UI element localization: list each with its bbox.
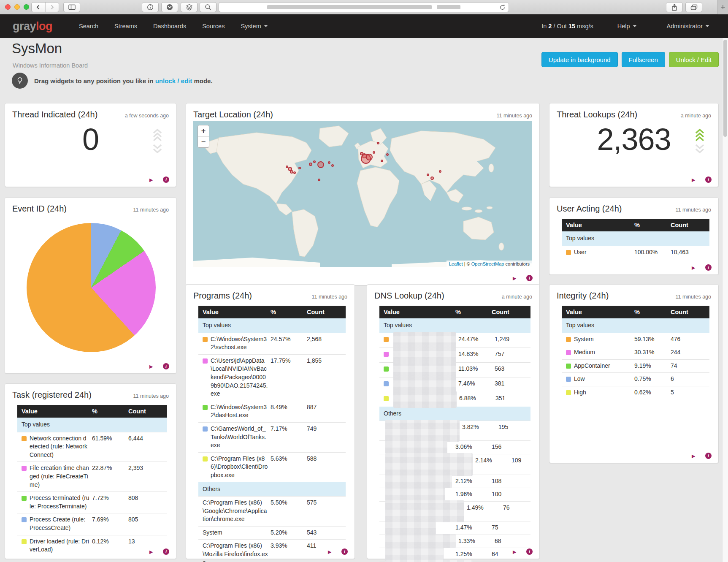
map-marker[interactable] — [381, 160, 383, 162]
info-icon[interactable]: i — [526, 275, 533, 281]
map-marker[interactable] — [309, 163, 312, 166]
play-icon[interactable]: ► — [511, 549, 517, 555]
update-in-background-button[interactable]: Update in background — [541, 52, 618, 67]
nav-item[interactable]: System — [234, 19, 273, 33]
redacted-value — [393, 347, 456, 364]
nav-item[interactable]: Sources — [196, 19, 231, 33]
table-row: Medium 30.31% 244 — [562, 346, 709, 359]
play-icon[interactable]: ► — [690, 453, 696, 459]
info-icon[interactable]: i — [526, 548, 533, 555]
widget-title: Thread Indicated (24h) — [12, 110, 97, 119]
tabs-icon — [690, 4, 698, 11]
sidebar-toggle-button[interactable] — [63, 2, 80, 12]
table-row: C:\Program Files (x86)\Dropbox\Client\Dr… — [198, 452, 346, 482]
zoom-out-button[interactable]: − — [198, 136, 209, 147]
map-marker[interactable] — [290, 170, 293, 174]
address-bar[interactable] — [219, 2, 509, 12]
map-marker[interactable] — [286, 166, 288, 168]
play-icon[interactable]: ► — [148, 177, 154, 183]
tab-overview-button[interactable] — [685, 2, 702, 12]
info-icon[interactable]: i — [163, 176, 169, 183]
map-marker[interactable] — [328, 161, 330, 164]
help-menu[interactable]: Help — [611, 19, 643, 33]
scrollbar-thumb[interactable] — [723, 40, 727, 137]
new-tab-button[interactable] — [717, 0, 728, 14]
color-swatch — [566, 350, 571, 355]
map-marker[interactable] — [377, 142, 379, 144]
map-marker[interactable] — [293, 171, 296, 174]
openstreetmap-link[interactable]: OpenStreetMap — [471, 261, 504, 266]
map-marker[interactable] — [318, 179, 320, 181]
leaflet-link[interactable]: Leaflet — [449, 261, 463, 266]
map-marker[interactable] — [427, 174, 429, 176]
color-swatch — [384, 396, 389, 401]
play-icon[interactable]: ► — [148, 364, 154, 369]
map-marker[interactable] — [439, 170, 441, 173]
map-marker[interactable] — [386, 153, 389, 156]
table-row: 7.46% 381 — [379, 377, 530, 392]
info-icon[interactable]: i — [705, 264, 712, 271]
minimize-window-button[interactable] — [14, 4, 20, 10]
info-icon[interactable]: i — [705, 176, 712, 183]
nav-item-label: Streams — [114, 23, 137, 30]
reload-button[interactable] — [499, 4, 506, 12]
drag-hint: Drag widgets to any position you like in… — [12, 73, 213, 89]
play-icon[interactable]: ► — [327, 549, 333, 555]
pocket-button[interactable] — [161, 2, 178, 12]
map-marker[interactable] — [313, 160, 316, 163]
color-swatch — [384, 337, 389, 342]
fullscreen-button[interactable]: Fullscreen — [622, 52, 665, 67]
back-button[interactable] — [32, 3, 45, 12]
plus-icon — [720, 5, 725, 10]
nav-item[interactable]: Dashboards — [147, 19, 192, 33]
table-row: File creation time changed (rule: FileCr… — [17, 462, 167, 491]
graylog-logo[interactable]: graylog — [13, 21, 52, 32]
unlock-edit-link[interactable]: unlock / edit — [155, 77, 192, 84]
unlock-edit-button[interactable]: Unlock / Edit — [669, 52, 719, 67]
history-nav-group — [31, 2, 59, 12]
widget-title: Integrity (24h) — [557, 291, 609, 301]
map-canvas[interactable]: + − Leaflet | © OpenStreetMap contributo… — [193, 121, 532, 267]
map-attribution: Leaflet | © OpenStreetMap contributors — [447, 261, 532, 267]
zoom-in-button[interactable]: + — [198, 125, 209, 136]
widget-updated: a few seconds ago — [125, 113, 169, 119]
play-icon[interactable]: ► — [690, 177, 696, 183]
map-marker[interactable] — [331, 164, 334, 167]
share-button[interactable] — [666, 2, 683, 12]
table-row: 11.03% 563 — [379, 362, 530, 377]
top-values-table: Value%Count Top values User 100.00% 10,4… — [562, 219, 709, 259]
map-marker[interactable] — [366, 154, 373, 160]
map-marker[interactable] — [317, 161, 324, 168]
map-marker[interactable] — [360, 152, 363, 155]
user-menu[interactable]: Administrator — [660, 19, 715, 33]
redacted-value — [393, 332, 456, 349]
nav-item[interactable]: Search — [73, 19, 105, 33]
map-marker[interactable] — [373, 151, 375, 154]
layers-button[interactable] — [181, 2, 198, 12]
info-icon[interactable]: i — [341, 548, 348, 555]
search-button[interactable] — [200, 2, 217, 12]
play-icon[interactable]: ► — [690, 265, 696, 271]
table-row: 24.47% 1,249 — [379, 333, 530, 348]
nav-item[interactable]: Streams — [108, 19, 143, 33]
forward-button[interactable] — [45, 3, 59, 12]
play-icon[interactable]: ► — [511, 275, 517, 281]
share-icon — [671, 4, 678, 11]
redacted-value — [385, 560, 473, 562]
play-icon[interactable]: ► — [148, 549, 154, 555]
color-swatch — [22, 539, 27, 544]
chevron-down-icon — [633, 25, 636, 27]
reader-button[interactable] — [142, 2, 159, 12]
zoom-window-button[interactable] — [24, 4, 29, 10]
info-icon[interactable]: i — [163, 548, 169, 555]
info-icon[interactable]: i — [163, 363, 169, 369]
map-marker[interactable] — [430, 176, 434, 180]
map-marker[interactable] — [298, 167, 301, 169]
scrollbar[interactable] — [722, 38, 728, 562]
close-window-button[interactable] — [5, 4, 11, 10]
widget-updated: 11 minutes ago — [675, 294, 711, 300]
color-swatch — [203, 405, 208, 410]
trend-indicator-icon — [152, 128, 162, 154]
widget-target-location: Target Location (24h)11 minutes ago — [186, 103, 540, 285]
info-icon[interactable]: i — [705, 453, 712, 459]
